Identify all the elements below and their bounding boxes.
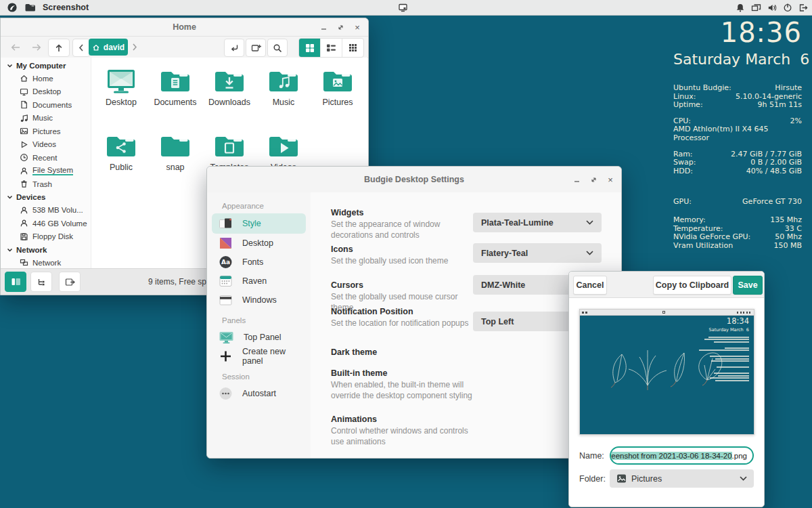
folder-label: Downloads [208, 98, 250, 107]
home-icon [20, 74, 28, 83]
compact-view-button[interactable] [342, 39, 363, 57]
active-app-icon[interactable] [24, 3, 36, 12]
power-icon[interactable] [783, 3, 792, 12]
folder-select[interactable]: Pictures [610, 469, 754, 488]
new-tab-button[interactable] [246, 39, 266, 57]
workspace-switcher-icon[interactable] [751, 3, 761, 12]
drive-icon [20, 219, 28, 228]
close-icon[interactable]: × [353, 22, 362, 32]
sidebar-item-desktop[interactable]: Desktop [1, 85, 91, 99]
conky-row: HDD:40% / 48.5 GiB [673, 167, 802, 176]
sidebar-item-trash[interactable]: Trash [1, 177, 91, 191]
sidebar-item-pictures[interactable]: Pictures [1, 125, 91, 138]
hide-sidebar-button[interactable] [59, 272, 81, 292]
sidebar-item-home[interactable]: Home [1, 72, 91, 85]
sidebar-item-videos[interactable]: Videos [1, 138, 91, 152]
widgets-theme-select[interactable]: Plata-Teal-Lumine [473, 213, 602, 232]
up-button[interactable] [48, 39, 70, 57]
conky-label: Vram Utilization [673, 242, 733, 251]
folder-public[interactable]: Public [94, 128, 148, 193]
notifications-bell-icon[interactable] [736, 3, 745, 12]
chevron-down-icon [7, 246, 13, 254]
settings-item-windows[interactable]: Windows [212, 291, 306, 310]
settings-item-top-panel[interactable]: Top Panel [212, 328, 306, 347]
status-text: 9 items, Free spa [148, 277, 211, 287]
breadcrumb[interactable]: david [89, 39, 128, 56]
fonts-icon: Aa [219, 255, 233, 269]
settings-item-label: Windows [242, 295, 277, 305]
document-icon [20, 100, 28, 109]
search-button[interactable] [267, 39, 288, 57]
sidebar-item-recent[interactable]: Recent [1, 151, 91, 165]
preview-text-line [710, 377, 749, 379]
settings-item-create-new-panel[interactable]: Create new panel [212, 347, 306, 366]
minimize-icon[interactable] [572, 175, 581, 184]
settings-section-panels: Panels [222, 316, 311, 324]
folder-documents[interactable]: Documents [148, 63, 202, 128]
style-icon [219, 217, 233, 230]
settings-item-desktop[interactable]: Desktop [212, 234, 306, 253]
folder-icon [322, 68, 353, 94]
filename-input[interactable]: Screenshot from 2021-03-06 18-34-20.png [610, 446, 754, 465]
preview-text-line [710, 356, 749, 357]
folder-snap[interactable]: snap [148, 128, 202, 193]
icon-theme-select[interactable]: Flatery-Teal [473, 243, 602, 263]
sidebar-item-network[interactable]: Network [1, 256, 91, 269]
conky-label: NVidia GeForce GPU: [673, 233, 750, 242]
settings-titlebar[interactable]: Budgie Desktop Settings × [207, 167, 621, 193]
toggle-location-entry-button[interactable] [224, 39, 244, 57]
conky-text: AMD Athlon(tm) II X4 645 Processor [673, 125, 802, 142]
home-icon [92, 43, 100, 51]
folder-pictures[interactable]: Pictures [311, 63, 365, 128]
settings-item-autostart[interactable]: Autostart [212, 384, 306, 403]
copy-to-clipboard-button[interactable]: Copy to Clipboard [653, 276, 731, 295]
sidebar-item-label: 538 MB Volu... [32, 206, 83, 214]
show-places-button[interactable] [5, 272, 26, 292]
list-view-button[interactable] [321, 39, 342, 57]
sidebar-section-my-computer[interactable]: My Computer [1, 59, 91, 72]
sidebar-item-documents[interactable]: Documents [1, 98, 91, 112]
sidebar-item-label: Floppy Disk [32, 232, 73, 240]
minimize-icon[interactable] [319, 22, 328, 32]
sidebar-item-music[interactable]: Music [1, 112, 91, 125]
folder-music[interactable]: Music [256, 63, 311, 128]
top-panel: Screenshot [0, 0, 812, 16]
sidebar-item-file-system[interactable]: File System [1, 165, 91, 178]
conky-group: Ubuntu Budgie:HirsuteLinux:5.10.0-14-gen… [673, 84, 802, 110]
cancel-button[interactable]: Cancel [573, 276, 607, 295]
settings-item-style[interactable]: Style [212, 213, 306, 234]
forward-button[interactable] [29, 39, 43, 56]
settings-item-fonts[interactable]: AaFonts [212, 253, 306, 272]
save-button[interactable]: Save [733, 276, 763, 295]
show-treeview-button[interactable] [30, 272, 52, 292]
sidebar-item-538-mb-volu[interactable]: 538 MB Volu... [1, 204, 91, 217]
folder-label: Folder: [579, 474, 608, 484]
preview-text-line [708, 337, 749, 338]
sidebar-section-network[interactable]: Network [1, 243, 91, 256]
restore-icon[interactable] [589, 175, 598, 184]
grid-view-button[interactable] [299, 39, 321, 57]
active-app-title[interactable]: Screenshot [43, 3, 89, 12]
logout-icon[interactable] [798, 3, 808, 12]
folder-desktop[interactable]: Desktop [94, 63, 148, 128]
breadcrumb-right-chevron[interactable] [129, 39, 140, 56]
breadcrumb-left-chevron[interactable] [72, 39, 90, 57]
sidebar-section-devices[interactable]: Devices [1, 191, 91, 204]
budgie-menu-icon[interactable] [7, 2, 18, 13]
selected-filename-text: Screenshot from 2021-03-06 18-34-20 [610, 452, 732, 460]
folder-downloads[interactable]: Downloads [202, 63, 256, 128]
conky-label: Uptime: [673, 101, 703, 110]
sidebar-item-floppy-disk[interactable]: Floppy Disk [1, 230, 91, 244]
settings-item-raven[interactable]: Raven [212, 272, 306, 291]
screenshot-tasklist-icon[interactable] [398, 3, 408, 12]
conky-row: GPU:GeForce GT 730 [673, 198, 802, 207]
file-manager-titlebar[interactable]: Home × [1, 18, 368, 37]
picture-icon [20, 127, 28, 135]
back-button[interactable] [9, 39, 22, 56]
close-icon[interactable]: × [606, 175, 615, 184]
top-panel-icon [219, 331, 234, 344]
restore-icon[interactable] [336, 22, 345, 32]
sidebar-item-446-gb-volume[interactable]: 446 GB Volume [1, 217, 91, 230]
conky-value: GeForce GT 730 [742, 198, 802, 207]
volume-icon[interactable] [767, 3, 777, 12]
